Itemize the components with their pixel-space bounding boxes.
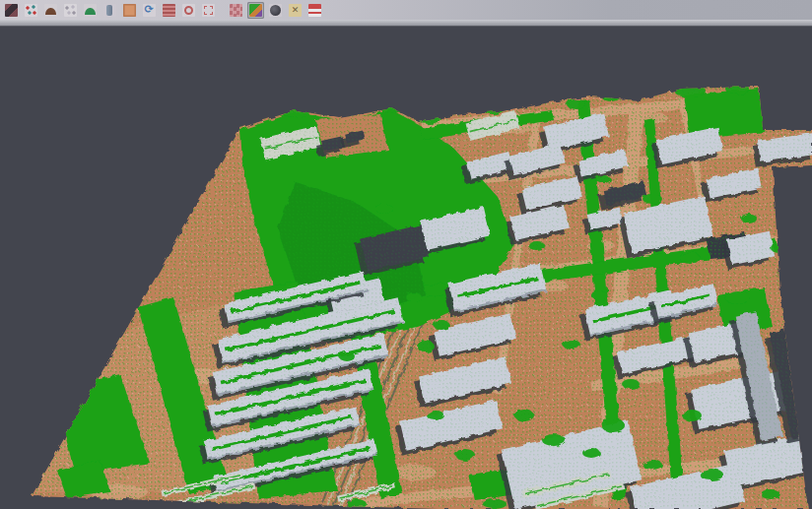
sphere-view-icon: [269, 4, 282, 17]
remove-points-icon: [289, 4, 302, 17]
classify-points-button[interactable]: [23, 2, 39, 19]
grid-icon: [230, 4, 242, 17]
dataset-button[interactable]: [3, 2, 20, 19]
terrain-mesh: [0, 27, 812, 509]
remove-points-button[interactable]: [287, 2, 304, 19]
rotate-view-icon: [143, 4, 156, 17]
sphere-view-button[interactable]: [267, 2, 284, 19]
profile-icon: [103, 4, 116, 17]
vegetation-icon: [84, 4, 97, 17]
contour-lines-button[interactable]: [161, 2, 177, 19]
vegetation-button[interactable]: [82, 2, 99, 19]
selection-area-button[interactable]: [200, 2, 217, 19]
toolbar: [0, 0, 812, 20]
point-cloud-icon: [64, 4, 77, 17]
classification-colors-icon: [249, 4, 262, 17]
terrain-icon: [44, 4, 57, 17]
flag-button[interactable]: [306, 2, 323, 19]
orthophoto-button[interactable]: [121, 2, 138, 19]
orthophoto-icon: [123, 4, 136, 17]
selection-area-icon: [202, 4, 215, 17]
viewport-3d[interactable]: [0, 27, 812, 509]
circle-tool-icon: [182, 4, 195, 17]
application-window: [0, 0, 812, 509]
terrain-button[interactable]: [42, 2, 59, 19]
circle-tool-button[interactable]: [180, 2, 197, 19]
tree-blob: [648, 87, 664, 95]
classify-points-icon: [25, 4, 37, 17]
profile-button[interactable]: [102, 2, 118, 19]
flag-icon: [308, 4, 321, 17]
point-cloud-scene: [0, 27, 812, 509]
toolbar-separator: [0, 20, 812, 27]
contour-lines-icon: [163, 4, 175, 17]
rotate-view-button[interactable]: [141, 2, 158, 19]
classification-colors-button[interactable]: [247, 2, 264, 19]
grid-button[interactable]: [228, 2, 244, 19]
dataset-icon: [5, 4, 18, 17]
point-cloud-button[interactable]: [62, 2, 79, 19]
